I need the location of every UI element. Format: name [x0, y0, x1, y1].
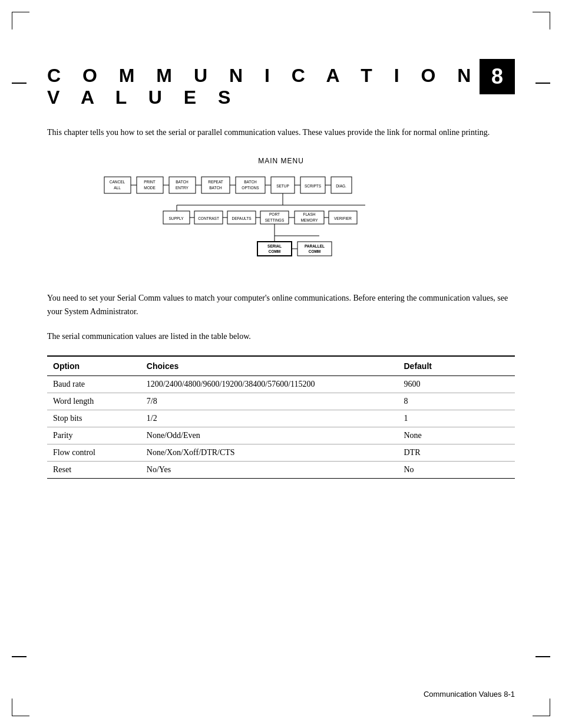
chapter-header: C O M M U N I C A T I O N V A L U E S 8 — [47, 59, 515, 108]
table-row: Reset No/Yes No — [47, 461, 515, 478]
svg-text:PRINT: PRINT — [144, 180, 156, 184]
table-header-option: Option — [47, 356, 141, 376]
table-cell-default: None — [398, 427, 515, 444]
svg-text:BATCH: BATCH — [176, 180, 189, 184]
svg-text:DIAG.: DIAG. — [336, 184, 346, 188]
diagram-label: MAIN MENU — [47, 157, 515, 165]
table-row: Stop bits 1/2 1 — [47, 410, 515, 427]
table-cell-option: Reset — [47, 461, 141, 478]
table-cell-default: 9600 — [398, 375, 515, 393]
table-header-default: Default — [398, 356, 515, 376]
menu-diagram: CANCEL ALL PRINT MODE BATCH ENTRY REPEAT… — [98, 171, 464, 274]
svg-text:ENTRY: ENTRY — [176, 186, 189, 190]
table-cell-choices: 7/8 — [141, 393, 398, 410]
table-cell-option: Parity — [47, 427, 141, 444]
svg-text:DEFAULTS: DEFAULTS — [232, 216, 252, 220]
chapter-number-box: 8 — [480, 59, 515, 94]
side-mark-right-bottom — [535, 656, 550, 657]
svg-text:SCRIPTS: SCRIPTS — [305, 184, 322, 188]
side-mark-left-bottom — [12, 656, 27, 657]
body-paragraph1: You need to set your Serial Comm values … — [47, 292, 515, 318]
svg-text:REPEAT: REPEAT — [208, 180, 223, 184]
table-cell-option: Stop bits — [47, 410, 141, 427]
svg-text:COMM: COMM — [309, 249, 321, 253]
table-cell-option: Flow control — [47, 444, 141, 461]
table-cell-choices: No/Yes — [141, 461, 398, 478]
body-paragraph2: The serial communication values are list… — [47, 330, 515, 343]
serial-comm-table: Option Choices Default Baud rate 1200/24… — [47, 355, 515, 479]
diagram-section: MAIN MENU CANCEL ALL PRINT MODE BATCH EN… — [47, 157, 515, 274]
svg-text:PORT: PORT — [269, 212, 280, 216]
table-row: Word length 7/8 8 — [47, 393, 515, 410]
table-cell-default: No — [398, 461, 515, 478]
svg-text:SERIAL: SERIAL — [267, 244, 282, 248]
svg-text:COMM: COMM — [269, 249, 281, 253]
svg-text:SETUP: SETUP — [276, 184, 289, 188]
svg-text:MODE: MODE — [144, 186, 156, 190]
table-cell-default: DTR — [398, 444, 515, 461]
table-cell-choices: 1200/2400/4800/9600/19200/38400/57600/11… — [141, 375, 398, 393]
svg-text:CONTRAST: CONTRAST — [198, 216, 219, 220]
table-cell-default: 8 — [398, 393, 515, 410]
svg-text:VERIFIER: VERIFIER — [334, 216, 352, 220]
table-row: Baud rate 1200/2400/4800/9600/19200/3840… — [47, 375, 515, 393]
table-cell-choices: 1/2 — [141, 410, 398, 427]
svg-text:PARALLEL: PARALLEL — [305, 244, 325, 248]
corner-mark-br — [533, 699, 550, 716]
table-cell-option: Baud rate — [47, 375, 141, 393]
svg-text:FLASH: FLASH — [303, 212, 316, 216]
svg-text:ALL: ALL — [114, 186, 121, 190]
page: C O M M U N I C A T I O N V A L U E S 8 … — [0, 0, 562, 728]
corner-mark-tl — [12, 12, 29, 29]
table-cell-option: Word length — [47, 393, 141, 410]
side-mark-right-top — [535, 83, 550, 84]
table-row: Parity None/Odd/Even None — [47, 427, 515, 444]
svg-text:CANCEL: CANCEL — [110, 180, 125, 184]
table-cell-default: 1 — [398, 410, 515, 427]
svg-text:BATCH: BATCH — [209, 186, 222, 190]
side-mark-left-top — [12, 83, 27, 84]
svg-text:MEMORY: MEMORY — [300, 218, 318, 222]
table-row: Flow control None/Xon/Xoff/DTR/CTS DTR — [47, 444, 515, 461]
table-header-choices: Choices — [141, 356, 398, 376]
svg-text:SUPPLY: SUPPLY — [168, 216, 184, 220]
table-cell-choices: None/Xon/Xoff/DTR/CTS — [141, 444, 398, 461]
chapter-title: C O M M U N I C A T I O N V A L U E S — [47, 65, 480, 108]
svg-text:SETTINGS: SETTINGS — [265, 218, 285, 222]
svg-text:BATCH: BATCH — [244, 180, 257, 184]
corner-mark-bl — [12, 699, 29, 716]
svg-text:OPTIONS: OPTIONS — [242, 186, 259, 190]
intro-paragraph: This chapter tells you how to set the se… — [47, 126, 515, 139]
page-footer: Communication Values 8-1 — [424, 690, 515, 699]
corner-mark-tr — [533, 12, 550, 29]
table-cell-choices: None/Odd/Even — [141, 427, 398, 444]
